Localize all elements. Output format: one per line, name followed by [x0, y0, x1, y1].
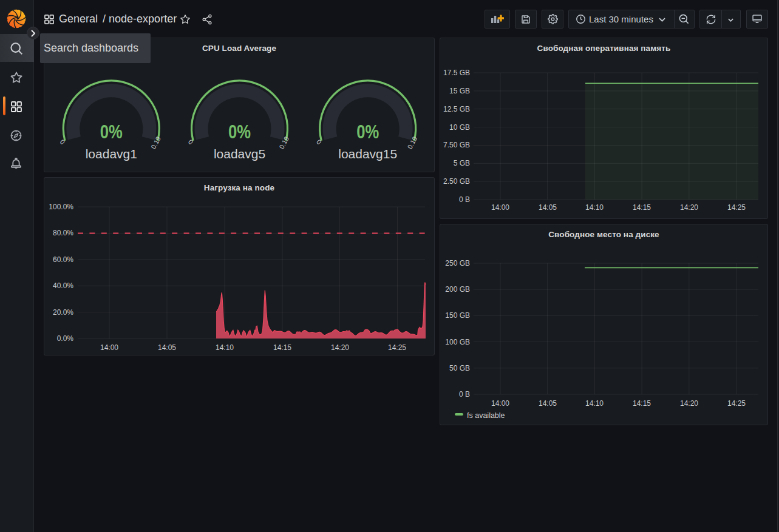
svg-text:100 GB: 100 GB [445, 338, 470, 346]
svg-text:150 GB: 150 GB [445, 311, 470, 320]
svg-text:60.0%: 60.0% [53, 255, 73, 264]
svg-text:loadavg15: loadavg15 [338, 147, 397, 161]
svg-text:14:05: 14:05 [539, 203, 557, 212]
svg-text:20.0%: 20.0% [53, 308, 73, 317]
svg-text:200 GB: 200 GB [445, 285, 470, 294]
svg-text:0%: 0% [100, 121, 123, 143]
svg-text:250 GB: 250 GB [445, 259, 470, 268]
svg-text:14:05: 14:05 [158, 343, 176, 352]
svg-text:17.5 GB: 17.5 GB [443, 69, 470, 77]
svg-text:0 B: 0 B [459, 390, 470, 399]
svg-text:14:00: 14:00 [491, 399, 509, 408]
svg-text:0: 0 [315, 138, 323, 146]
svg-text:0 B: 0 B [459, 195, 470, 204]
svg-text:14:10: 14:10 [585, 203, 604, 212]
svg-text:50 GB: 50 GB [449, 364, 470, 372]
svg-text:0%: 0% [356, 121, 379, 143]
svg-text:0.0%: 0.0% [57, 334, 74, 343]
svg-text:14:05: 14:05 [539, 399, 557, 408]
svg-text:loadavg1: loadavg1 [86, 147, 137, 161]
svg-text:14:15: 14:15 [633, 203, 651, 212]
svg-text:5 GB: 5 GB [454, 159, 470, 167]
svg-text:100.0%: 100.0% [49, 203, 73, 211]
svg-text:40.0%: 40.0% [53, 281, 73, 290]
svg-text:14:25: 14:25 [727, 399, 746, 408]
svg-text:14:25: 14:25 [388, 343, 406, 352]
svg-text:14:25: 14:25 [727, 203, 746, 212]
svg-text:15 GB: 15 GB [449, 87, 470, 95]
svg-text:2.50 GB: 2.50 GB [443, 177, 470, 186]
svg-text:0%: 0% [228, 121, 251, 143]
svg-text:7.50 GB: 7.50 GB [443, 141, 470, 149]
svg-text:14:00: 14:00 [491, 203, 509, 212]
svg-text:14:10: 14:10 [585, 399, 604, 408]
svg-text:loadavg5: loadavg5 [214, 147, 265, 161]
svg-text:80.0%: 80.0% [53, 229, 73, 237]
svg-text:14:20: 14:20 [331, 343, 349, 352]
svg-text:14:15: 14:15 [633, 399, 651, 408]
svg-text:fs available: fs available [467, 411, 505, 420]
svg-text:0: 0 [187, 138, 195, 146]
svg-text:14:20: 14:20 [680, 203, 698, 212]
svg-text:14:15: 14:15 [273, 343, 291, 352]
svg-text:14:10: 14:10 [216, 343, 234, 352]
svg-text:12.5 GB: 12.5 GB [443, 105, 470, 113]
svg-text:14:20: 14:20 [680, 399, 698, 408]
svg-text:10 GB: 10 GB [449, 123, 470, 132]
svg-text:14:00: 14:00 [100, 343, 118, 352]
svg-text:0: 0 [59, 138, 67, 146]
